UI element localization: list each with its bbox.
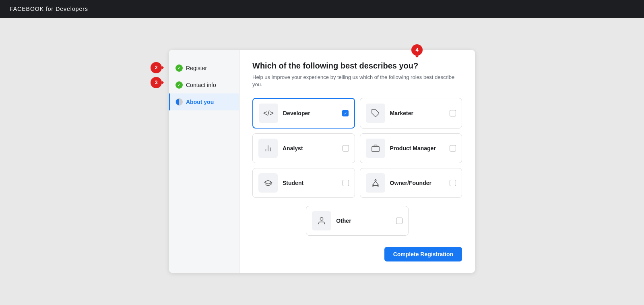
analyst-icon <box>258 139 278 158</box>
role-card-other[interactable]: Other <box>306 206 409 236</box>
main-content: 4 Which of the following best describes … <box>239 50 475 273</box>
complete-registration-button[interactable]: Complete Registration <box>384 247 462 261</box>
half-circle-icon <box>175 98 183 106</box>
role-card-marketer[interactable]: Marketer <box>360 98 462 129</box>
svg-point-5 <box>375 180 376 181</box>
topbar: FACEBOOK for Developers <box>0 0 644 18</box>
sidebar-item-register[interactable]: ✓ Register <box>169 60 239 77</box>
role-card-product-manager[interactable]: Product Manager <box>360 133 462 163</box>
page-subtitle: Help us improve your experience by telli… <box>252 74 462 88</box>
marketer-icon <box>366 104 385 123</box>
role-label-student: Student <box>283 180 343 186</box>
analyst-checkbox[interactable] <box>343 145 349 151</box>
role-label-developer: Developer <box>283 110 342 116</box>
role-label-owner-founder: Owner/Founder <box>390 180 450 186</box>
step-badge-4: 4 <box>411 44 423 56</box>
student-checkbox[interactable] <box>343 180 349 186</box>
logo: FACEBOOK for Developers <box>10 6 88 12</box>
svg-rect-4 <box>372 147 379 152</box>
sidebar-item-contact-info[interactable]: ✓ Contact info <box>169 77 239 93</box>
role-label-marketer: Marketer <box>390 110 450 116</box>
marketer-checkbox[interactable] <box>450 110 456 116</box>
other-checkbox[interactable] <box>396 218 402 224</box>
role-grid: </> Developer ✓ Marketer <box>252 98 462 198</box>
role-card-analyst[interactable]: Analyst <box>252 133 355 163</box>
role-card-owner-founder[interactable]: Owner/Founder <box>360 168 462 198</box>
product-manager-icon <box>366 139 385 158</box>
sidebar-label-contact: Contact info <box>186 82 216 88</box>
role-label-other: Other <box>336 218 396 224</box>
other-row: Other <box>252 206 462 236</box>
role-label-product-manager: Product Manager <box>390 145 450 151</box>
logo-suffix: for Developers <box>44 6 88 12</box>
step-badge-2: 2 <box>151 62 162 73</box>
sidebar: ✓ Register ✓ Contact info About you <box>169 50 239 273</box>
step-badge-3: 3 <box>151 77 162 88</box>
student-icon <box>258 173 278 193</box>
svg-line-8 <box>373 181 375 185</box>
owner-founder-icon <box>366 173 385 193</box>
owner-founder-checkbox[interactable] <box>450 180 456 186</box>
sidebar-label-register: Register <box>186 65 207 71</box>
check-icon-register: ✓ <box>175 64 183 72</box>
developer-checkbox[interactable]: ✓ <box>342 110 349 116</box>
sidebar-label-about: About you <box>186 99 214 105</box>
role-label-analyst: Analyst <box>283 145 343 151</box>
svg-point-11 <box>320 218 323 220</box>
product-manager-checkbox[interactable] <box>450 145 456 151</box>
logo-text: FACEBOOK <box>10 6 44 12</box>
check-icon-contact: ✓ <box>175 81 183 89</box>
registration-card: 2 3 ✓ Register ✓ Contact info About you … <box>169 50 475 273</box>
page-background: 2 3 ✓ Register ✓ Contact info About you … <box>0 18 644 305</box>
sidebar-item-about-you[interactable]: About you <box>169 93 239 110</box>
other-icon <box>312 211 331 230</box>
role-card-student[interactable]: Student <box>252 168 355 198</box>
svg-line-9 <box>376 181 378 185</box>
role-card-developer[interactable]: </> Developer ✓ <box>252 98 355 129</box>
page-title: Which of the following best describes yo… <box>252 61 462 71</box>
developer-icon: </> <box>259 104 278 123</box>
